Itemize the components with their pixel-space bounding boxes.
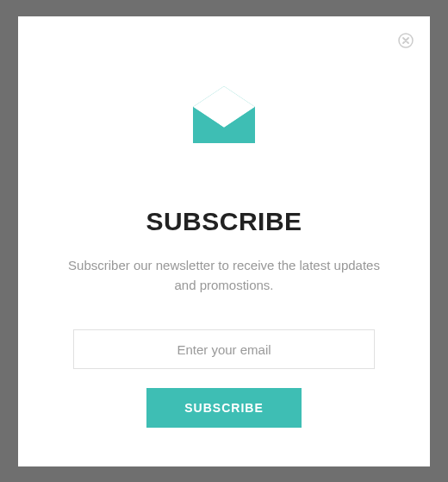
subscribe-modal: SUBSCRIBE Subscriber our newsletter to r… [18, 16, 430, 466]
modal-title: SUBSCRIBE [61, 207, 387, 236]
subscribe-button[interactable]: SUBSCRIBE [146, 388, 302, 428]
envelope-icon [184, 72, 264, 155]
modal-subtitle: Subscriber our newsletter to receive the… [61, 255, 387, 296]
close-button[interactable] [397, 32, 414, 49]
email-input[interactable] [73, 329, 375, 369]
close-icon [398, 33, 414, 48]
